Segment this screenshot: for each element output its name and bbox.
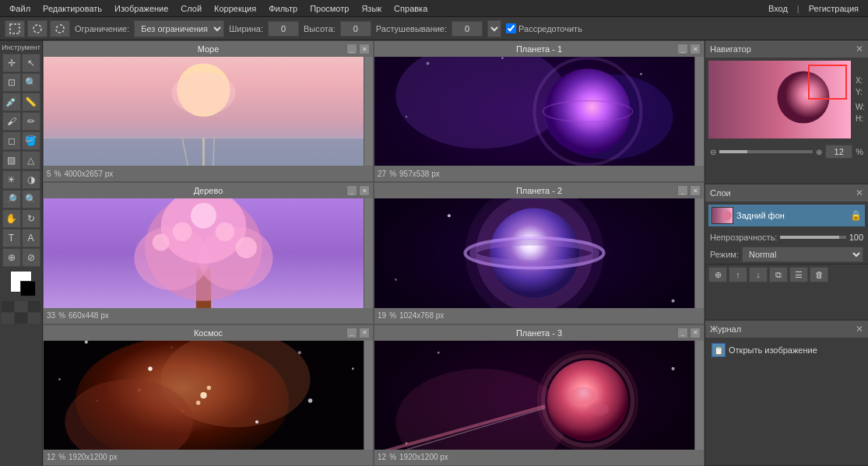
nav-zoom-slider[interactable] <box>719 150 813 153</box>
layer-down-btn[interactable]: ↓ <box>749 267 768 282</box>
planet2-canvas-inner[interactable] <box>374 198 694 307</box>
menu-file[interactable]: Файл <box>3 2 37 15</box>
pointer-tool[interactable]: ↖ <box>22 54 40 72</box>
hand-tool[interactable]: ✋ <box>2 209 21 228</box>
menu-help[interactable]: Справка <box>388 2 434 15</box>
cosmos-scrollbar-v[interactable] <box>364 341 373 450</box>
zoom-tool[interactable]: 🔍 <box>22 73 40 92</box>
brush-preset-5[interactable] <box>15 313 27 324</box>
planet1-minimize-btn[interactable]: _ <box>677 44 688 54</box>
pan-tool[interactable]: ⊘ <box>22 248 40 267</box>
ellipse-select-btn[interactable] <box>27 20 47 37</box>
sea-scrollbar-v[interactable] <box>364 57 373 166</box>
feather-input[interactable] <box>452 21 483 37</box>
planet3-canvas-inner[interactable] <box>374 341 694 450</box>
brush-preset-1[interactable] <box>2 301 14 312</box>
planet2-minimize-btn[interactable]: _ <box>677 185 688 196</box>
cosmos-title: Космос <box>194 328 223 338</box>
brush-preset-3[interactable] <box>28 301 40 312</box>
opacity-slider[interactable] <box>780 236 845 239</box>
nav-zoom-in-icon[interactable]: ⊕ <box>816 148 822 156</box>
menu-image[interactable]: Изображение <box>108 2 174 15</box>
burn-tool[interactable]: ◑ <box>22 170 40 189</box>
path-tool[interactable]: A <box>22 229 40 247</box>
duplicate-layer-btn[interactable]: ⧉ <box>769 267 788 282</box>
tree-close-btn[interactable]: ✕ <box>359 185 370 196</box>
register-link[interactable]: Регистрация <box>803 2 865 15</box>
menu-view[interactable]: Просмотр <box>304 2 355 15</box>
scatter-checkbox-label[interactable]: Рассредоточить <box>506 23 582 33</box>
planet3-scrollbar-v[interactable] <box>694 341 704 450</box>
delete-layer-btn[interactable]: 🗑 <box>810 267 828 282</box>
menu-layer[interactable]: Слой <box>174 2 208 15</box>
width-input[interactable] <box>268 21 299 37</box>
nav-zoom-out-icon[interactable]: ⊖ <box>710 148 716 156</box>
rotate-tool[interactable]: ↻ <box>22 209 40 228</box>
menu-filter[interactable]: Фильтр <box>262 2 304 15</box>
cosmos-minimize-btn[interactable]: _ <box>346 328 357 338</box>
eraser-tool[interactable]: ◻ <box>2 131 21 150</box>
gradient-tool[interactable]: ▨ <box>2 151 21 170</box>
navigator-close-btn[interactable]: ✕ <box>856 44 863 54</box>
brush-preset-4[interactable] <box>2 313 14 324</box>
menu-edit[interactable]: Редактировать <box>37 2 108 15</box>
planet3-minimize-btn[interactable]: _ <box>677 328 688 338</box>
planet3-close-btn[interactable]: ✕ <box>690 328 701 338</box>
planet2-close-btn[interactable]: ✕ <box>690 185 701 196</box>
fill-tool[interactable]: 🪣 <box>22 131 40 150</box>
svg-point-67 <box>255 420 258 423</box>
brush-preset-2[interactable] <box>15 301 27 312</box>
layers-toolbar: ⊕ ↑ ↓ ⧉ ☰ 🗑 <box>705 264 868 285</box>
toolbox-label: Инструмент <box>2 44 40 51</box>
dodge-tool[interactable]: ☀ <box>2 170 21 189</box>
measure-tool[interactable]: 📏 <box>22 93 40 111</box>
brush-preset-6[interactable] <box>28 313 40 324</box>
layer-up-btn[interactable]: ↑ <box>729 267 747 282</box>
move-tool[interactable]: ✛ <box>2 54 21 72</box>
tree-canvas-inner[interactable] <box>44 198 364 307</box>
planet1-close-btn[interactable]: ✕ <box>690 44 701 54</box>
layer-item-bg[interactable]: Задний фон 🔒 <box>708 205 865 226</box>
tree-minimize-btn[interactable]: _ <box>346 185 357 196</box>
crop-tool[interactable]: ⊡ <box>2 73 21 92</box>
nav-zoom-input[interactable] <box>825 145 852 159</box>
text-tool[interactable]: T <box>2 229 21 247</box>
journal-close-btn[interactable]: ✕ <box>856 324 863 335</box>
eyedropper-tool[interactable]: 💉 <box>2 93 21 111</box>
brush-tool[interactable]: 🖌 <box>2 112 21 131</box>
planet1-canvas-inner[interactable] <box>374 57 694 166</box>
cosmos-canvas-inner[interactable] <box>44 341 364 450</box>
tree-scrollbar-v[interactable] <box>364 198 373 307</box>
planet1-scrollbar-v[interactable] <box>694 57 704 166</box>
journal-title: Журнал <box>710 324 741 334</box>
sea-canvas-inner[interactable] <box>44 57 364 166</box>
sea-minimize-btn[interactable]: _ <box>346 44 357 54</box>
planet2-scrollbar-v[interactable] <box>694 198 704 307</box>
sea-title-bar: Море _ ✕ <box>44 41 373 57</box>
journal-item-0[interactable]: 📋 Открыть изображение <box>708 341 865 359</box>
menu-language[interactable]: Язык <box>355 2 388 15</box>
cosmos-close-btn[interactable]: ✕ <box>359 328 370 338</box>
lasso-select-btn[interactable] <box>50 20 70 37</box>
zoom-out-tool[interactable]: 🔍 <box>22 190 40 208</box>
scatter-checkbox[interactable] <box>506 23 516 33</box>
menu-correction[interactable]: Коррекция <box>208 2 262 15</box>
layers-close-btn[interactable]: ✕ <box>856 187 863 198</box>
tree-footer: 33 % 660x448 px <box>44 308 373 324</box>
new-group-btn[interactable]: ⊕ <box>708 267 727 282</box>
foreground-color[interactable] <box>10 271 32 293</box>
zoom-view-tool[interactable]: ⊕ <box>2 248 21 267</box>
feather-select[interactable]: ▼ <box>487 20 501 37</box>
sea-close-btn[interactable]: ✕ <box>359 44 370 54</box>
background-color[interactable] <box>20 281 36 296</box>
merge-layer-btn[interactable]: ☰ <box>789 267 808 282</box>
restriction-select[interactable]: Без ограничения <box>134 20 224 37</box>
shape-tool[interactable]: △ <box>22 151 40 170</box>
height-input[interactable] <box>340 21 371 37</box>
rect-select-btn[interactable] <box>5 20 25 37</box>
zoom-in-tool[interactable]: 🔎 <box>2 190 21 208</box>
mode-select[interactable]: Normal <box>742 247 863 262</box>
pencil-tool[interactable]: ✏ <box>22 112 40 131</box>
tool-row-9: ✋ ↻ <box>2 209 40 228</box>
login-link[interactable]: Вход <box>762 2 794 15</box>
